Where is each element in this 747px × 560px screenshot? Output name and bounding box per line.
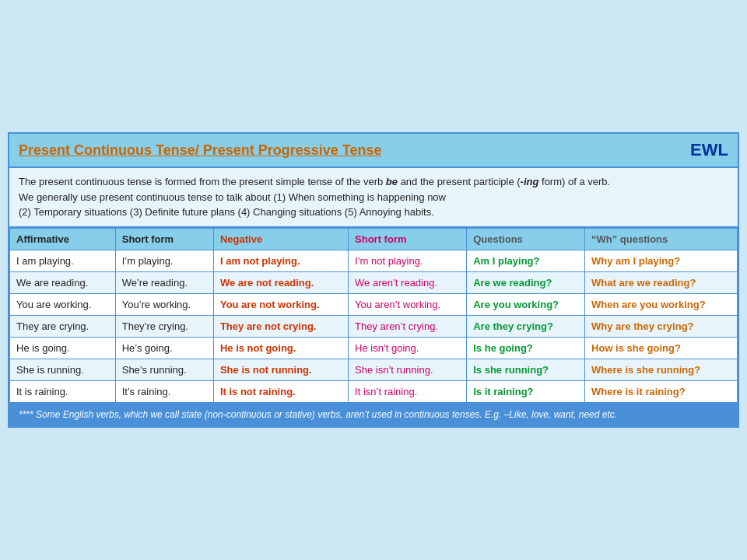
table-row: It is raining.It’s raining.It is not rai… — [10, 380, 738, 402]
cell-wh: What are we reading? — [585, 271, 738, 293]
title-bar: Present Continuous Tense/ Present Progre… — [9, 134, 738, 168]
cell-affirmative: We are reading. — [10, 271, 116, 293]
table-header-row: Affirmative Short form Negative Short fo… — [10, 228, 738, 250]
cell-negative: I am not playing. — [213, 250, 348, 271]
cell-negative: It is not raining. — [213, 380, 348, 402]
cell-wh: When are you working? — [585, 293, 738, 315]
cell-negative: They are not crying. — [213, 315, 348, 337]
cell-wh: Why are they crying? — [585, 315, 738, 337]
cell-shortform1: I’m playing. — [115, 250, 213, 271]
cell-shortform1: It’s raining. — [115, 380, 213, 402]
cell-questions: Are we reading? — [467, 271, 585, 293]
cell-negative: She is not running. — [213, 359, 348, 380]
cell-negative: You are not working. — [213, 293, 348, 315]
header-questions: Questions — [467, 228, 585, 250]
cell-shortform2: He isn’t going. — [349, 337, 467, 359]
cell-shortform1: We’re reading. — [115, 271, 213, 293]
header-wh: “Wh” questions — [585, 228, 738, 250]
cell-affirmative: They are crying. — [10, 315, 116, 337]
cell-shortform2: We aren’t reading. — [349, 271, 467, 293]
cell-shortform2: I’m not playing. — [349, 250, 467, 271]
cell-negative: He is not going. — [213, 337, 348, 359]
cell-wh: Why am I playing? — [585, 250, 738, 271]
cell-shortform1: They’re crying. — [115, 315, 213, 337]
table-body: I am playing.I’m playing.I am not playin… — [10, 250, 738, 402]
table-row: You are working.You’re working.You are n… — [10, 293, 738, 315]
intro-section: The present continuous tense is formed f… — [9, 168, 738, 228]
cell-questions: Is it raining? — [467, 380, 585, 402]
cell-wh: Where is it raining? — [585, 380, 738, 402]
cell-questions: Are you working? — [467, 293, 585, 315]
header-shortform1: Short form — [115, 228, 213, 250]
table-row: We are reading.We’re reading.We are not … — [10, 271, 738, 293]
table-row: He is going.He’s going.He is not going.H… — [10, 337, 738, 359]
cell-questions: Is she running? — [467, 359, 585, 380]
page-title: Present Continuous Tense/ Present Progre… — [19, 142, 381, 159]
cell-affirmative: She is running. — [10, 359, 116, 380]
cell-wh: How is she going? — [585, 337, 738, 359]
cell-shortform1: You’re working. — [115, 293, 213, 315]
cell-affirmative: You are working. — [10, 293, 116, 315]
cell-shortform2: They aren’t crying. — [349, 315, 467, 337]
intro-line3: (2) Temporary situations (3) Definite fu… — [19, 205, 728, 220]
table-row: I am playing.I’m playing.I am not playin… — [10, 250, 738, 271]
cell-questions: Am I playing? — [467, 250, 585, 271]
cell-questions: Is he going? — [467, 337, 585, 359]
header-affirmative: Affirmative — [10, 228, 116, 250]
cell-shortform1: He’s going. — [115, 337, 213, 359]
main-container: Present Continuous Tense/ Present Progre… — [8, 132, 739, 428]
header-shortform2: Short form — [349, 228, 467, 250]
intro-line2: We generally use present continuous tens… — [19, 190, 728, 205]
cell-affirmative: He is going. — [10, 337, 116, 359]
table-row: She is running.She’s running.She is not … — [10, 359, 738, 380]
cell-wh: Where is she running? — [585, 359, 738, 380]
cell-shortform2: It isn’t raining. — [349, 380, 467, 402]
ewl-badge: EWL — [690, 140, 728, 160]
cell-shortform2: You aren’t working. — [349, 293, 467, 315]
cell-questions: Are they crying? — [467, 315, 585, 337]
tense-table: Affirmative Short form Negative Short fo… — [9, 228, 738, 403]
cell-affirmative: It is raining. — [10, 380, 116, 402]
header-negative: Negative — [213, 228, 348, 250]
cell-negative: We are not reading. — [213, 271, 348, 293]
cell-shortform1: She’s running. — [115, 359, 213, 380]
footer-note: **** Some English verbs, which we call s… — [9, 403, 738, 426]
intro-line1: The present continuous tense is formed f… — [19, 174, 728, 190]
cell-affirmative: I am playing. — [10, 250, 116, 271]
cell-shortform2: She isn’t running. — [349, 359, 467, 380]
table-row: They are crying.They’re crying.They are … — [10, 315, 738, 337]
